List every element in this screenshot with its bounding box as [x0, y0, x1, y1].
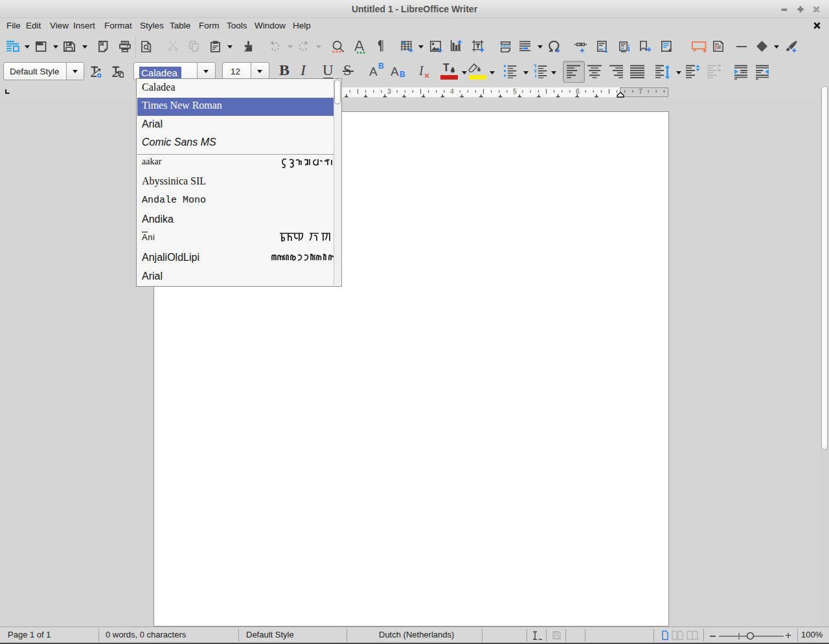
svg-text:1: 1	[604, 47, 608, 53]
svg-text:6: 6	[576, 87, 580, 95]
svg-text:4: 4	[450, 87, 454, 95]
svg-text:5: 5	[513, 87, 517, 95]
svg-text:3: 3	[387, 87, 391, 95]
svg-text:7: 7	[639, 87, 642, 95]
